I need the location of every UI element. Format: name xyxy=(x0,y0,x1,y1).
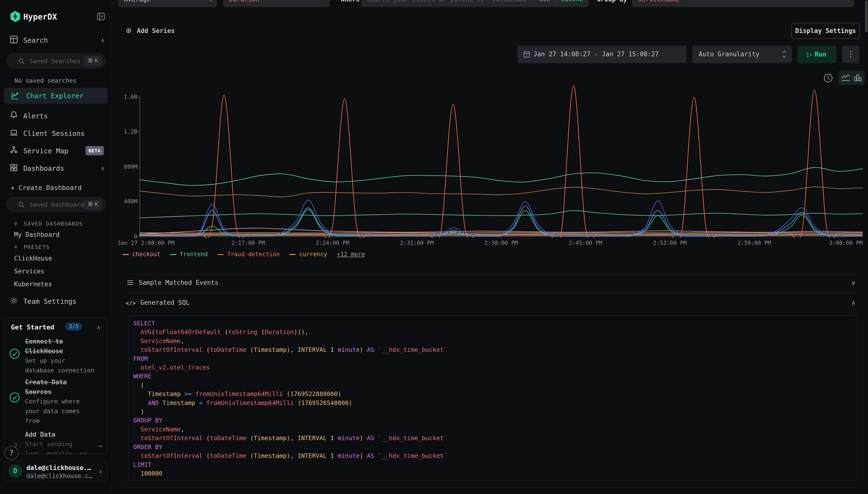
get-started-item-title[interactable]: Sources xyxy=(25,387,52,397)
chart-legend: checkoutfrontendfraud-detectioncurrency+… xyxy=(122,251,365,258)
saved-dashboards-chevron-icon[interactable]: ∨ xyxy=(14,220,17,226)
display-settings-button[interactable]: Display Settings xyxy=(791,23,860,39)
sample-matched-events-header[interactable]: Sample Matched Events xyxy=(139,279,218,286)
check-circle-icon xyxy=(9,392,20,403)
scrollbar-thumb[interactable] xyxy=(865,0,868,33)
no-saved-searches-text: No saved searches xyxy=(15,77,77,84)
saved-searches-input[interactable]: Saved Searches ⌘ K xyxy=(6,53,106,69)
generated-sql-header[interactable]: Generated SQL xyxy=(140,299,190,306)
get-started-title: Get Started xyxy=(11,323,54,331)
sidebar-item-preset[interactable]: Kubernetes xyxy=(14,281,52,288)
query-language-toggle[interactable]: SQL | Lucene xyxy=(539,0,583,3)
bar-chart-icon[interactable] xyxy=(853,73,863,83)
add-series-button[interactable]: Add Series xyxy=(137,27,175,35)
get-started-collapse-chevron-icon[interactable]: ∧ xyxy=(97,324,100,331)
add-data-arrow-icon[interactable]: → xyxy=(98,441,102,450)
create-dashboard-button[interactable]: + Create Dashboard xyxy=(11,184,82,191)
get-started-item-title[interactable]: Connect to xyxy=(25,337,63,346)
sql-line: ServiceName, xyxy=(133,425,856,434)
get-started-card: Get Started 2/3 ∧ Connect toClickHouseSe… xyxy=(4,317,108,454)
user-email: dale@clickhouse.c… xyxy=(26,472,99,479)
time-format-icon[interactable] xyxy=(823,73,833,83)
get-started-item-subtitle: Set up your xyxy=(25,356,65,366)
sql-line: toStartOfInterval (toDateTime (Timestamp… xyxy=(133,452,856,460)
user-menu[interactable]: D dale@clickhouse.… dale@clickhouse.c… › xyxy=(4,461,108,481)
main-area: Average ∨ Duration Where Search your eve… xyxy=(112,0,865,494)
scrollbar[interactable] xyxy=(865,0,868,494)
divider xyxy=(122,292,860,293)
run-button[interactable]: ▷Run xyxy=(797,45,836,63)
sidebar-item-alerts[interactable]: Alerts xyxy=(23,112,48,120)
sample-events-expand-chevron-icon[interactable]: ∨ xyxy=(851,279,855,286)
sql-line: ORDER BY xyxy=(133,443,856,452)
legend-more-link[interactable]: +12 more xyxy=(337,251,365,258)
generated-sql-code[interactable]: SELECT AVG(toFloat64OrDefault (toString … xyxy=(128,316,856,481)
legend-item[interactable]: checkout xyxy=(122,251,160,258)
line-chart-icon[interactable] xyxy=(841,74,851,82)
sql-line: Timestamp >= fromUnixTimestamp64Milli (1… xyxy=(133,390,856,398)
sql-line: toStartOfInterval (toDateTime (Timestamp… xyxy=(133,345,856,354)
search-nav-icon xyxy=(10,35,18,44)
legend-dash-icon xyxy=(170,254,176,255)
app-root: HyperDX Search ∧ Saved Searches ⌘ K No s… xyxy=(0,0,868,494)
service-map-icon xyxy=(10,146,18,154)
sidebar-item-preset[interactable]: Services xyxy=(14,268,44,275)
y-axis-tick-label: 800M xyxy=(111,164,137,170)
legend-dash-icon xyxy=(289,254,296,255)
legend-item[interactable]: frontend xyxy=(170,251,208,258)
sidebar-item-chart-explorer[interactable]: Chart Explorer xyxy=(4,88,108,104)
sidebar-collapse-icon[interactable] xyxy=(97,12,105,21)
get-started-item-subtitle: from xyxy=(25,416,40,426)
get-started-item-title[interactable]: Add Data xyxy=(25,430,55,439)
search-events-placeholder: Search your events w/ Lucene ex: ColumnN… xyxy=(367,0,527,3)
date-range-picker[interactable]: 1 Jan 27 14:08:27 - Jan 27 15:08:27 xyxy=(518,45,687,63)
presets-chevron-icon[interactable]: ∨ xyxy=(14,244,17,250)
kebab-menu-button[interactable]: ⋮ xyxy=(842,45,859,63)
granularity-value: Auto Granularity xyxy=(699,51,759,58)
sidebar-item-client-sessions[interactable]: Client Sessions xyxy=(23,130,85,137)
sql-line: ServiceName, xyxy=(133,337,856,345)
svg-text:1: 1 xyxy=(526,54,527,57)
field-input[interactable]: Duration xyxy=(223,0,330,7)
search-collapse-chevron-icon[interactable]: ∧ xyxy=(101,37,104,44)
sql-line: SELECT xyxy=(133,319,856,328)
avatar: D xyxy=(8,464,22,478)
legend-label: checkout xyxy=(132,251,160,258)
search-events-input[interactable]: Search your events w/ Lucene ex: ColumnN… xyxy=(361,0,589,7)
sidebar: HyperDX Search ∧ Saved Searches ⌘ K No s… xyxy=(0,0,112,494)
x-axis-tick-label: 3:08:00 PM xyxy=(829,240,863,246)
sql-line: AND Timestamp < fromUnixTimestamp64Milli… xyxy=(133,399,856,407)
sql-line: otel_v2.otel_traces xyxy=(133,363,856,372)
get-started-item-title[interactable]: ClickHouse xyxy=(25,346,63,356)
sidebar-item-dashboards[interactable]: Dashboards xyxy=(23,165,64,172)
saved-dashboards-input[interactable]: Saved Dashboards ⌘ K xyxy=(6,197,106,212)
legend-item[interactable]: currency xyxy=(289,251,327,258)
chevron-down-icon: ∨ xyxy=(209,0,213,3)
presets-header: PRESETS xyxy=(24,244,50,250)
legend-item[interactable]: fraud-detection xyxy=(217,251,280,258)
dashboards-collapse-chevron-icon[interactable]: ∧ xyxy=(101,165,104,172)
help-button[interactable]: ? xyxy=(4,446,18,460)
sidebar-item-search[interactable]: Search xyxy=(23,36,48,44)
saved-dashboards-header: SAVED DASHBOARDS xyxy=(24,221,83,227)
sidebar-item-my-dashboard[interactable]: My Dashboard xyxy=(14,231,60,238)
group-by-input[interactable]: ServiceName xyxy=(632,0,854,7)
y-axis-tick-label: 1.6B xyxy=(111,94,137,100)
x-axis-tick-label: 2:17:00 PM xyxy=(231,240,265,246)
sidebar-item-service-map[interactable]: Service Map xyxy=(23,147,68,155)
add-series-icon: ⊕ xyxy=(126,26,132,35)
get-started-item-subtitle: logs, metrics, or xyxy=(25,449,87,454)
get-started-item-title[interactable]: Create Data xyxy=(25,377,67,387)
aggregation-select[interactable]: Average ∨ xyxy=(118,0,217,7)
legend-label: currency xyxy=(299,251,327,258)
sidebar-item-team-settings[interactable]: Team Settings xyxy=(23,298,76,305)
divider xyxy=(122,487,860,488)
brand-title: HyperDX xyxy=(23,12,57,22)
chevron-right-icon: › xyxy=(98,467,103,476)
generated-sql-collapse-chevron-icon[interactable]: ∧ xyxy=(851,299,855,306)
sidebar-item-preset[interactable]: ClickHouse xyxy=(14,255,52,262)
granularity-select[interactable]: Auto Granularity xyxy=(692,45,792,63)
dashboards-icon xyxy=(10,164,18,172)
sql-line: ( xyxy=(133,381,856,390)
get-started-progress-badge: 2/3 xyxy=(65,322,82,331)
